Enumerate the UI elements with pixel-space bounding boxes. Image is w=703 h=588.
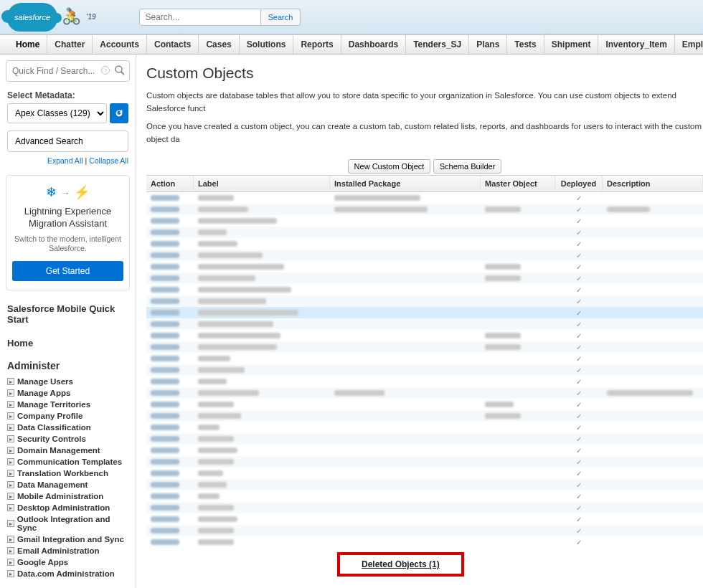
expand-icon[interactable]: ▸: [7, 570, 14, 577]
expand-icon[interactable]: ▸: [7, 520, 14, 527]
expand-icon[interactable]: ▸: [7, 504, 14, 511]
expand-icon[interactable]: ▸: [7, 458, 14, 465]
admin-tree-item[interactable]: ▸Communication Templates: [4, 456, 131, 468]
nav-tab[interactable]: Shipment: [544, 35, 599, 54]
table-row[interactable]: ✓: [146, 341, 703, 353]
nav-tab[interactable]: Solutions: [240, 35, 294, 54]
admin-tree-item[interactable]: ▸Data Management: [4, 479, 131, 490]
search-icon[interactable]: [114, 65, 126, 76]
table-row[interactable]: ✓: [146, 376, 703, 387]
expand-icon[interactable]: ▸: [7, 493, 14, 500]
expand-icon[interactable]: ▸: [7, 378, 14, 385]
expand-icon[interactable]: ▸: [7, 559, 14, 566]
search-input[interactable]: [139, 9, 261, 26]
nav-tab[interactable]: Dashboards: [341, 35, 406, 54]
admin-tree-item[interactable]: ▸Gmail Integration and Sync: [4, 534, 131, 545]
table-row[interactable]: ✓: [146, 422, 703, 433]
table-row[interactable]: ✓: [146, 238, 703, 250]
nav-tab[interactable]: Employee Certification Details: [675, 35, 703, 54]
quick-find-input[interactable]: [6, 60, 130, 82]
table-row[interactable]: ✓: [146, 318, 703, 330]
nav-tab[interactable]: Home: [9, 35, 47, 54]
expand-icon[interactable]: ▸: [7, 401, 14, 408]
table-row[interactable]: ✓: [146, 410, 703, 422]
table-row[interactable]: ✓: [146, 387, 703, 399]
table-row[interactable]: ✓: [146, 284, 703, 295]
new-custom-object-button[interactable]: New Custom Object: [348, 159, 431, 174]
advanced-search-button[interactable]: Advanced Search: [7, 131, 128, 152]
expand-icon[interactable]: ▸: [7, 470, 14, 477]
admin-tree-item[interactable]: ▸Manage Apps: [4, 387, 131, 399]
table-row[interactable]: ✓: [146, 330, 703, 341]
col-deployed[interactable]: Deployed: [555, 176, 603, 191]
admin-tree-item[interactable]: ▸Desktop Administration: [4, 502, 131, 513]
admin-tree-item[interactable]: ▸Manage Territories: [4, 399, 131, 410]
table-row[interactable]: ✓: [146, 295, 703, 307]
admin-tree-item[interactable]: ▸Email Administration: [4, 545, 131, 556]
table-row[interactable]: ✓: [146, 468, 703, 479]
refresh-button[interactable]: [110, 103, 128, 123]
admin-tree-item[interactable]: ▸Manage Users: [4, 376, 131, 387]
admin-tree-item[interactable]: ▸Translation Workbench: [4, 468, 131, 479]
table-row[interactable]: ✓: [146, 479, 703, 490]
col-master-object[interactable]: Master Object: [481, 176, 555, 191]
table-row[interactable]: ✓: [146, 204, 703, 215]
table-row[interactable]: ✓: [146, 353, 703, 364]
table-row[interactable]: ✓: [146, 525, 703, 536]
nav-tab[interactable]: Chatter: [47, 35, 93, 54]
col-installed-package[interactable]: Installed Package: [330, 176, 481, 191]
table-row[interactable]: ✓: [146, 433, 703, 445]
expand-icon[interactable]: ▸: [7, 536, 14, 543]
expand-icon[interactable]: ▸: [7, 547, 14, 554]
admin-tree-item[interactable]: ▸Data Classification: [4, 422, 131, 433]
nav-tab[interactable]: Tenders_SJ: [406, 35, 469, 54]
table-row[interactable]: ✓: [146, 215, 703, 227]
table-row[interactable]: ✓: [146, 490, 703, 502]
nav-tab[interactable]: Reports: [293, 35, 341, 54]
help-icon[interactable]: ?: [101, 66, 110, 75]
table-row[interactable]: ✓: [146, 364, 703, 376]
table-row[interactable]: ✓: [146, 307, 703, 318]
table-row[interactable]: ✓: [146, 399, 703, 410]
schema-builder-button[interactable]: Schema Builder: [433, 159, 502, 174]
admin-tree-item[interactable]: ▸Data.com Administration: [4, 568, 131, 579]
home-link[interactable]: Home: [0, 329, 136, 353]
nav-tab[interactable]: Plans: [469, 35, 507, 54]
collapse-all-link[interactable]: Collapse All: [89, 156, 128, 165]
table-row[interactable]: ✓: [146, 445, 703, 456]
nav-tab[interactable]: Contacts: [147, 35, 199, 54]
expand-icon[interactable]: ▸: [7, 435, 14, 442]
expand-all-link[interactable]: Expand All: [47, 156, 83, 165]
table-row[interactable]: ✓: [146, 272, 703, 284]
table-row[interactable]: ✓: [146, 250, 703, 261]
expand-icon[interactable]: ▸: [7, 447, 14, 454]
table-row[interactable]: ✓: [146, 456, 703, 468]
deleted-objects-link[interactable]: Deleted Objects (1): [362, 559, 440, 569]
nav-tab[interactable]: Inventory_Item: [598, 35, 674, 54]
table-row[interactable]: ✓: [146, 261, 703, 272]
table-row[interactable]: ✓: [146, 536, 703, 548]
table-row[interactable]: ✓: [146, 513, 703, 525]
admin-tree-item[interactable]: ▸Domain Management: [4, 445, 131, 456]
table-row[interactable]: ✓: [146, 227, 703, 238]
col-description[interactable]: Description: [603, 176, 703, 191]
admin-tree-item[interactable]: ▸Outlook Integration and Sync: [4, 513, 131, 534]
search-button[interactable]: Search: [261, 9, 301, 26]
salesforce-logo[interactable]: salesforce: [7, 3, 57, 32]
get-started-button[interactable]: Get Started: [12, 261, 123, 281]
col-action[interactable]: Action: [146, 176, 194, 191]
nav-tab[interactable]: Cases: [199, 35, 239, 54]
admin-tree-item[interactable]: ▸Mobile Administration: [4, 490, 131, 502]
mobile-quickstart-link[interactable]: Salesforce Mobile Quick Start: [0, 295, 136, 329]
admin-tree-item[interactable]: ▸Security Controls: [4, 433, 131, 445]
table-row[interactable]: ✓: [146, 192, 703, 204]
expand-icon[interactable]: ▸: [7, 389, 14, 397]
expand-icon[interactable]: ▸: [7, 424, 14, 431]
admin-tree-item[interactable]: ▸Company Profile: [4, 410, 131, 422]
admin-tree-item[interactable]: ▸Google Apps: [4, 556, 131, 568]
nav-tab[interactable]: Accounts: [93, 35, 147, 54]
expand-icon[interactable]: ▸: [7, 412, 14, 419]
nav-tab[interactable]: Tests: [507, 35, 544, 54]
col-label[interactable]: Label: [194, 176, 330, 191]
expand-icon[interactable]: ▸: [7, 481, 14, 488]
